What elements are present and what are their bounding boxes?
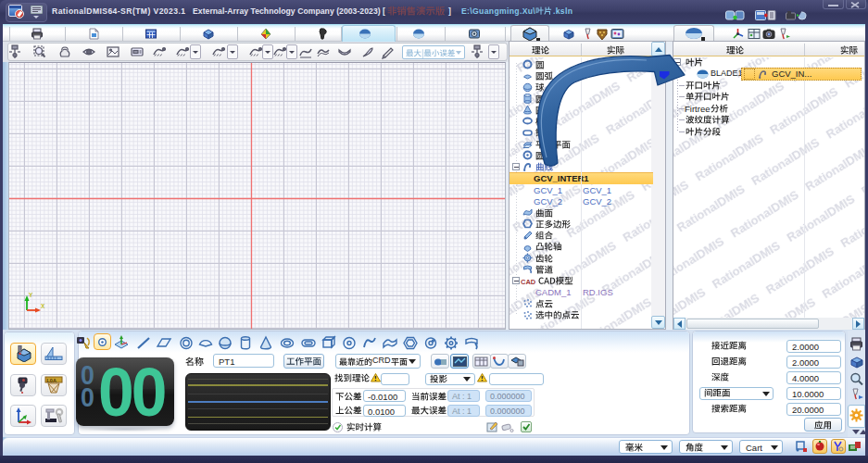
svg-text:L0A: L0A	[47, 378, 57, 383]
svg-text:X: X	[41, 303, 45, 309]
svg-text:Y: Y	[29, 292, 33, 298]
svg-text:CAD: CAD	[521, 277, 536, 285]
